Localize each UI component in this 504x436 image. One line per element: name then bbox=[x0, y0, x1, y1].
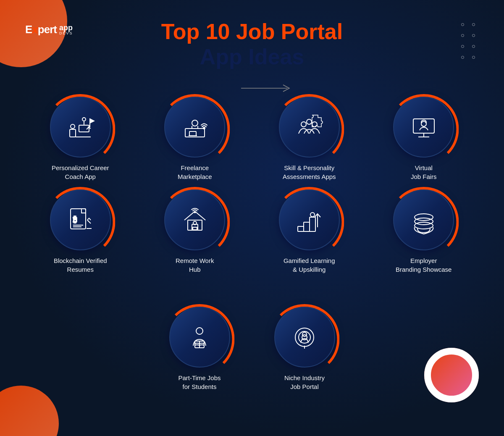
icon-circle-virtual bbox=[393, 97, 454, 158]
icon-wrap-skill bbox=[279, 97, 340, 158]
svg-rect-51 bbox=[195, 341, 204, 348]
item-freelance-marketplace: FreelanceMarketplace bbox=[140, 97, 250, 181]
item-blockchain: ₿ Blockchain VerifiedResumes bbox=[25, 189, 136, 274]
main-title: Top 10 Job Portal App Ideas bbox=[0, 19, 504, 69]
title-line1: Top 10 Job Portal bbox=[0, 19, 504, 44]
title-line2: App Ideas bbox=[0, 44, 504, 69]
icon-circle-skill bbox=[279, 97, 340, 158]
svg-point-40 bbox=[194, 211, 195, 213]
svg-point-50 bbox=[196, 328, 203, 334]
svg-point-48 bbox=[415, 218, 433, 225]
svg-point-18 bbox=[203, 127, 205, 129]
svg-line-9 bbox=[88, 127, 91, 129]
label-part-time: Part-Time Jobsfor Students bbox=[178, 373, 220, 391]
icon-wrap-niche bbox=[274, 307, 335, 368]
svg-rect-39 bbox=[193, 227, 197, 230]
svg-line-34 bbox=[89, 218, 91, 220]
icon-circle-career bbox=[50, 97, 111, 158]
label-niche: Niche IndustryJob Portal bbox=[284, 373, 325, 391]
icon-circle-niche bbox=[274, 307, 335, 368]
label-virtual: VirtualJob Fairs bbox=[411, 163, 437, 181]
svg-rect-4 bbox=[79, 125, 89, 132]
icon-wrap-gamified bbox=[279, 189, 340, 250]
item-virtual-job-fairs: VirtualJob Fairs bbox=[369, 97, 479, 181]
svg-point-47 bbox=[415, 222, 433, 229]
svg-rect-41 bbox=[298, 226, 304, 231]
item-gamified: Gamified Learning& Upskilling bbox=[254, 189, 365, 274]
svg-point-2 bbox=[71, 124, 75, 129]
svg-rect-26 bbox=[71, 209, 86, 229]
icon-circle-remote bbox=[164, 189, 225, 250]
icon-circle-gamified bbox=[279, 189, 340, 250]
svg-rect-16 bbox=[189, 131, 196, 136]
svg-point-45 bbox=[310, 213, 315, 217]
svg-point-19 bbox=[301, 122, 306, 127]
deco-bottom-right-ring bbox=[424, 348, 479, 402]
item-employer-branding: EmployerBranding Showcase bbox=[369, 189, 479, 274]
svg-rect-37 bbox=[192, 224, 198, 230]
icon-wrap-remote bbox=[164, 189, 225, 250]
svg-line-33 bbox=[87, 218, 89, 220]
svg-point-53 bbox=[295, 328, 314, 347]
svg-point-38 bbox=[193, 221, 197, 225]
icon-wrap-employer bbox=[393, 189, 454, 250]
items-grid: Personalized CareerCoach App bbox=[25, 97, 479, 274]
svg-point-54 bbox=[299, 331, 310, 343]
svg-text:₿: ₿ bbox=[73, 215, 77, 224]
icon-wrap-virtual bbox=[393, 97, 454, 158]
svg-point-6 bbox=[82, 118, 86, 121]
label-career-coach: Personalized CareerCoach App bbox=[52, 163, 109, 181]
svg-point-25 bbox=[421, 121, 426, 126]
svg-rect-12 bbox=[185, 129, 205, 137]
item-remote-work: Remote WorkHub bbox=[140, 189, 250, 274]
svg-point-56 bbox=[302, 332, 307, 336]
svg-marker-11 bbox=[90, 119, 94, 123]
svg-point-20 bbox=[312, 122, 317, 127]
svg-point-21 bbox=[307, 119, 312, 124]
label-employer: EmployerBranding Showcase bbox=[396, 256, 452, 274]
label-blockchain: Blockchain VerifiedResumes bbox=[54, 256, 107, 274]
svg-line-32 bbox=[87, 220, 91, 223]
icon-circle-blockchain: ₿ bbox=[50, 189, 111, 250]
svg-rect-43 bbox=[310, 217, 315, 231]
icon-wrap-part-time bbox=[169, 307, 230, 368]
icon-circle-part-time bbox=[169, 307, 230, 368]
item-personalized-career-coach: Personalized CareerCoach App bbox=[25, 97, 136, 181]
label-gamified: Gamified Learning& Upskilling bbox=[284, 256, 335, 274]
icon-wrap-career bbox=[50, 97, 111, 158]
arrow-decoration bbox=[241, 82, 296, 96]
item-part-time: Part-Time Jobsfor Students bbox=[158, 307, 242, 391]
svg-rect-42 bbox=[304, 222, 310, 231]
svg-point-55 bbox=[302, 335, 307, 340]
item-skill-assessment: Skill & PersonalityAssessments Apps bbox=[254, 97, 365, 181]
svg-rect-22 bbox=[413, 119, 434, 133]
icon-wrap-blockchain: ₿ bbox=[50, 189, 111, 250]
item-niche-industry: Niche IndustryJob Portal bbox=[262, 307, 346, 391]
icon-wrap-freelance bbox=[164, 97, 225, 158]
svg-point-49 bbox=[415, 214, 433, 221]
label-remote: Remote WorkHub bbox=[176, 256, 214, 274]
svg-line-8 bbox=[87, 127, 89, 129]
label-freelance: FreelanceMarketplace bbox=[178, 163, 212, 181]
icon-circle-freelance bbox=[164, 97, 225, 158]
label-skill: Skill & PersonalityAssessments Apps bbox=[283, 163, 336, 181]
icon-circle-employer bbox=[393, 189, 454, 250]
svg-point-13 bbox=[192, 120, 198, 126]
svg-rect-1 bbox=[70, 129, 76, 137]
svg-rect-36 bbox=[188, 220, 202, 230]
